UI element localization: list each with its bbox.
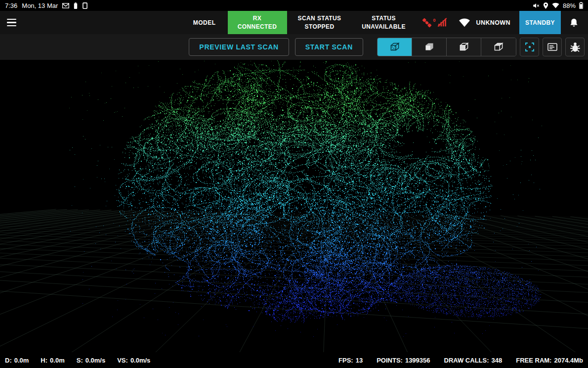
rx-line1: RX [253, 14, 261, 23]
scan-status-value: STOPPED [305, 23, 335, 31]
gmail-icon [62, 3, 69, 8]
battery-saver-icon [74, 2, 78, 9]
point-cloud-canvas[interactable] [0, 60, 588, 352]
gnss-count-badge: 0 [433, 18, 436, 23]
free-ram-stat: FREE RAM:2074.4Mb [516, 357, 583, 364]
android-status-bar: 7:36 Mon, 13 Mar 88% [0, 0, 588, 11]
recenter-view-icon-button[interactable] [520, 38, 539, 56]
telemetry-bar: D:0.0m H:0.0m S:0.0m/s VS:0.0m/s FPS:13 … [0, 352, 588, 368]
device-status-value: UNAVAILABLE [362, 23, 406, 31]
scan-status-label: SCAN STATUS [298, 14, 341, 23]
rx-line2: CONNECTED [238, 23, 277, 31]
speed-stat: S:0.0m/s [77, 357, 105, 364]
console-log-icon-button[interactable] [543, 38, 562, 56]
points-stat: POINTS:1399356 [377, 357, 430, 364]
screen-rotate-icon [82, 2, 88, 9]
debug-bug-icon-button[interactable] [565, 38, 585, 56]
date: Mon, 13 Mar [22, 2, 58, 9]
view-mode-pointcloud-button[interactable] [378, 38, 412, 56]
view-mode-group [377, 38, 516, 56]
location-icon [543, 2, 548, 9]
scan-status-indicator: SCAN STATUS STOPPED [287, 11, 352, 34]
model-label: MODEL [193, 19, 216, 26]
standby-button[interactable]: STANDBY [519, 11, 561, 34]
view-mode-front-face-button[interactable] [447, 38, 481, 56]
alert-icon-cluster: 0 [420, 11, 448, 34]
network-name-label: UNKNOWN [476, 19, 510, 26]
battery-percent-label: 88% [563, 2, 576, 9]
vertical-speed-stat: VS:0.0m/s [117, 357, 150, 364]
clock: 7:36 [5, 2, 17, 9]
device-status-label: STATUS [372, 14, 396, 23]
device-status-indicator: STATUS UNAVAILABLE [352, 11, 416, 34]
viewer-toolbar: PREVIEW LAST SCAN START SCAN [0, 34, 588, 60]
distance-stat: D:0.0m [5, 357, 29, 364]
render-stats: FPS:13 POINTS:1399356 DRAW CALLS:348 FRE… [338, 357, 583, 364]
view-mode-solid-button[interactable] [412, 38, 447, 56]
fps-stat: FPS:13 [338, 357, 363, 364]
volume-mute-icon [533, 2, 540, 9]
3d-viewport [0, 60, 588, 352]
preview-last-scan-button[interactable]: PREVIEW LAST SCAN [189, 38, 289, 56]
rx-connected-button[interactable]: RX CONNECTED [228, 11, 287, 34]
height-stat: H:0.0m [41, 357, 64, 364]
nav-stats: D:0.0m H:0.0m S:0.0m/s VS:0.0m/s [5, 357, 150, 364]
view-mode-top-face-button[interactable] [481, 38, 516, 56]
no-signal-icon[interactable] [437, 17, 448, 28]
wifi-status-icon [552, 2, 559, 8]
app-header: MODEL RX CONNECTED SCAN STATUS STOPPED S… [0, 11, 588, 34]
start-scan-button[interactable]: START SCAN [295, 38, 363, 56]
battery-icon [579, 2, 583, 9]
gnss-satellite-icon[interactable]: 0 [420, 17, 433, 29]
app-screen: 7:36 Mon, 13 Mar 88% [0, 0, 588, 368]
notifications-bell-icon[interactable] [569, 17, 579, 28]
draw-calls-stat: DRAW CALLS:348 [444, 357, 503, 364]
menu-button[interactable] [0, 11, 23, 34]
wifi-icon[interactable] [459, 18, 470, 27]
